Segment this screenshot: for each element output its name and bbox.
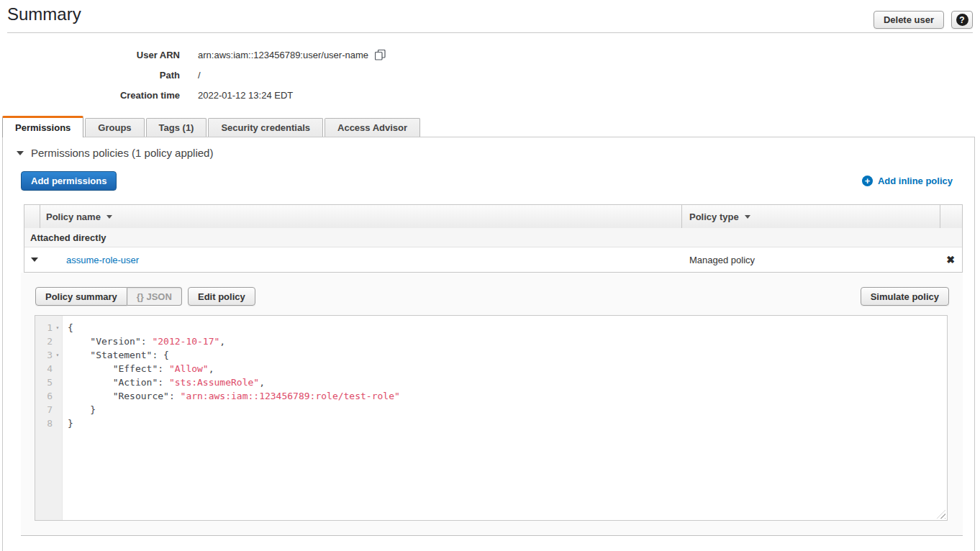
fold-caret-spacer [53, 334, 63, 348]
user-arn-label: User ARN [7, 50, 180, 60]
code-line: 6 "Resource": "arn:aws:iam::123456789:ro… [35, 389, 947, 403]
iam-user-summary-page: Summary Delete user ? User ARN arn:aws:i… [0, 0, 980, 551]
collapse-caret-icon [17, 151, 24, 155]
policy-name-link[interactable]: assume-role-user [66, 255, 139, 265]
simulate-policy-button[interactable]: Simulate policy [861, 287, 949, 306]
code-line: 3▾ "Statement": { [35, 348, 947, 362]
fold-caret-spacer [53, 389, 63, 403]
sort-caret-icon [106, 215, 112, 219]
permissions-policies-title: Permissions policies (1 policy applied) [31, 147, 213, 159]
page-title: Summary [7, 4, 81, 24]
policy-summary-button[interactable]: Policy summary [35, 287, 127, 306]
fold-caret-icon[interactable]: ▾ [53, 348, 63, 362]
expander-column-header [24, 205, 40, 228]
tab-groups[interactable]: Groups [85, 118, 144, 137]
header-divider [7, 32, 973, 33]
line-number: 1 [35, 321, 53, 334]
detail-row-creation-time: Creation time 2022-01-12 13:24 EDT [7, 85, 386, 105]
policy-view-toggle-group: Policy summary {} JSON [35, 287, 182, 306]
help-button[interactable]: ? [951, 11, 973, 29]
user-arn-value: arn:aws:iam::123456789:user/user-name [198, 50, 368, 60]
remove-policy-icon[interactable]: ✖ [946, 254, 955, 265]
user-details: User ARN arn:aws:iam::123456789:user/use… [7, 45, 386, 105]
code-line: 4 "Effect": "Allow", [35, 362, 947, 375]
sort-caret-icon [745, 215, 750, 219]
policy-type-header-label: Policy type [689, 211, 739, 222]
line-number: 5 [35, 375, 53, 389]
table-row: assume-role-user Managed policy ✖ [24, 247, 962, 272]
policy-name-column-header[interactable]: Policy name [40, 205, 681, 228]
permissions-tab-panel: Permissions policies (1 policy applied) … [2, 137, 975, 551]
policy-type-cell: Managed policy [689, 255, 755, 265]
fold-caret-spacer [53, 375, 63, 389]
fold-caret-spacer [53, 362, 63, 375]
tab-bar: Permissions Groups Tags (1) Security cre… [2, 116, 420, 137]
path-value: / [198, 70, 201, 81]
line-number: 7 [35, 403, 53, 416]
tab-security-credentials[interactable]: Security credentials [208, 118, 323, 137]
line-number: 4 [35, 362, 53, 375]
policy-name-header-label: Policy name [46, 211, 101, 222]
edit-policy-button[interactable]: Edit policy [188, 287, 255, 306]
editor-lines: 1▾{2 "Version": "2012-10-17",3▾ "Stateme… [35, 321, 947, 430]
policy-detail-panel: Policy summary {} JSON Edit policy Simul… [21, 273, 963, 536]
help-icon: ? [956, 14, 968, 26]
line-number: 3 [35, 348, 53, 362]
code-line: 2 "Version": "2012-10-17", [35, 334, 947, 348]
tab-access-advisor[interactable]: Access Advisor [325, 118, 420, 137]
add-inline-policy-label: Add inline policy [878, 176, 953, 186]
policy-type-column-header[interactable]: Policy type [681, 205, 940, 228]
editor-resize-handle[interactable] [937, 510, 945, 519]
detail-row-user-arn: User ARN arn:aws:iam::123456789:user/use… [7, 45, 386, 65]
permissions-policies-toggle[interactable]: Permissions policies (1 policy applied) [17, 147, 213, 159]
fold-caret-spacer [53, 416, 63, 430]
creation-time-value: 2022-01-12 13:24 EDT [198, 90, 293, 101]
code-line: 5 "Action": "sts:AssumeRole", [35, 375, 947, 389]
fold-caret-spacer [53, 403, 63, 416]
actions-column-header [940, 205, 962, 228]
tab-permissions[interactable]: Permissions [2, 116, 83, 137]
policies-table-header: Policy name Policy type [24, 205, 962, 228]
policy-json-editor[interactable]: 1▾{2 "Version": "2012-10-17",3▾ "Stateme… [35, 315, 948, 521]
policies-table: Policy name Policy type Attached directl… [24, 204, 963, 273]
line-number: 8 [35, 416, 53, 430]
row-expander-caret-icon[interactable] [31, 258, 38, 262]
line-number: 6 [35, 389, 53, 403]
attached-directly-label: Attached directly [30, 232, 106, 243]
code-line: 1▾{ [35, 321, 947, 334]
creation-time-label: Creation time [7, 90, 180, 101]
line-number: 2 [35, 334, 53, 348]
attached-directly-group-row: Attached directly [24, 228, 962, 247]
json-view-button[interactable]: {} JSON [127, 287, 182, 306]
delete-user-button[interactable]: Delete user [874, 11, 944, 29]
path-label: Path [7, 70, 180, 81]
add-inline-policy-link[interactable]: + Add inline policy [862, 176, 953, 186]
copy-arn-icon[interactable] [375, 50, 386, 60]
tab-tags[interactable]: Tags (1) [146, 118, 207, 137]
code-line: 7 } [35, 403, 947, 416]
add-permissions-button[interactable]: Add permissions [21, 171, 117, 191]
fold-caret-icon[interactable]: ▾ [53, 321, 63, 334]
plus-circle-icon: + [862, 176, 873, 186]
code-line: 8} [35, 416, 947, 430]
detail-row-path: Path / [7, 65, 386, 85]
